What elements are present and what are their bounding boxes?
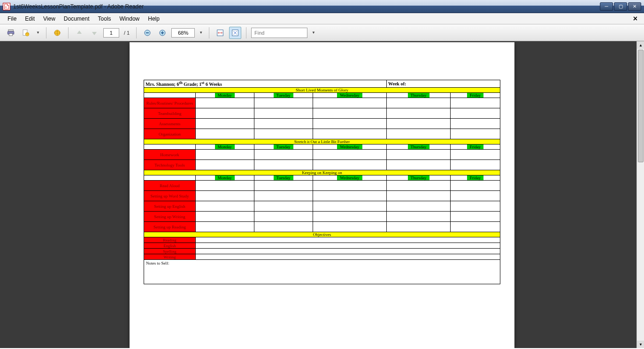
scroll-down-button[interactable]: ▼ (637, 341, 644, 348)
cell (254, 160, 313, 170)
cell (313, 222, 386, 232)
cell (387, 119, 451, 129)
fit-width-button[interactable] (214, 27, 226, 39)
cell (254, 108, 313, 119)
row-label: Homework (144, 150, 196, 160)
cell (313, 160, 386, 170)
menu-window[interactable]: Window (116, 14, 144, 23)
menu-view[interactable]: View (39, 14, 59, 23)
find-box[interactable] (251, 28, 307, 38)
cell (387, 181, 451, 191)
cell (387, 129, 451, 139)
zoom-in-button[interactable] (156, 27, 169, 39)
fit-page-icon (231, 29, 239, 37)
cell (451, 98, 500, 108)
zoom-out-button[interactable] (141, 27, 153, 39)
objective-cell (196, 243, 500, 249)
row-label: Reading (144, 237, 196, 243)
svg-text:A: A (5, 6, 7, 8)
menu-file[interactable]: File (4, 14, 20, 23)
document-area: Mrs. Shannon; 6th Grade; 1st 6 Weeks Wee… (0, 41, 644, 348)
day-label: Thursday (408, 144, 429, 149)
day-label: Friday (467, 144, 484, 149)
vertical-scrollbar[interactable]: ▲ ▼ (636, 41, 644, 348)
minimize-button[interactable]: ─ (600, 2, 613, 11)
cell (387, 150, 451, 160)
cell (313, 150, 386, 160)
row-label: Setting up English (144, 201, 196, 212)
email-button[interactable] (20, 27, 32, 39)
cell (313, 108, 386, 119)
separator (68, 27, 69, 38)
close-button[interactable]: ✕ (628, 2, 641, 11)
print-button[interactable] (5, 27, 17, 39)
find-dropdown[interactable]: ▼ (310, 30, 317, 35)
row-label: Setting up Word Study (144, 191, 196, 201)
page-number-input[interactable] (103, 28, 119, 38)
svg-rect-3 (9, 33, 13, 36)
day-label: Monday (215, 144, 235, 149)
scroll-up-button[interactable]: ▲ (637, 41, 644, 49)
cell (387, 212, 451, 222)
cell (196, 150, 254, 160)
minus-icon (144, 29, 151, 37)
day-label: Friday (467, 175, 484, 180)
cell (451, 119, 500, 129)
cell (451, 212, 500, 222)
toolbar: ▼ / 1 ▼ ▼ (0, 24, 644, 41)
cell (196, 98, 254, 108)
header-right: Week of: (387, 80, 500, 88)
section2-title: Stretch it Out a Little Bit Further (144, 139, 500, 144)
email-dropdown[interactable]: ▼ (35, 30, 41, 35)
cell (196, 108, 254, 119)
prev-page-button[interactable] (73, 27, 85, 39)
collaborate-button[interactable] (51, 27, 63, 39)
cell (254, 98, 313, 108)
day-label: Friday (467, 93, 484, 98)
cell (387, 160, 451, 170)
next-page-button[interactable] (88, 27, 100, 39)
notes-cell: Notes to Self: (144, 260, 500, 284)
printer-icon (7, 29, 15, 37)
zoom-input[interactable] (171, 28, 195, 38)
maximize-button[interactable]: ▢ (614, 2, 627, 11)
menu-edit[interactable]: Edit (21, 14, 38, 23)
close-document-button[interactable]: × (630, 15, 640, 23)
menu-document[interactable]: Document (60, 14, 93, 23)
section4-title: Objectives (144, 232, 500, 237)
day-label: Monday (215, 93, 235, 98)
cell (387, 108, 451, 119)
scroll-thumb[interactable] (638, 50, 644, 162)
menu-help[interactable]: Help (144, 14, 163, 23)
day-label: Monday (215, 175, 235, 180)
pdf-page: Mrs. Shannon; 6th Grade; 1st 6 Weeks Wee… (130, 42, 514, 348)
cell (387, 191, 451, 201)
day-label: Wednesday (337, 93, 362, 98)
cell (387, 98, 451, 108)
section3-title: Keeping on Keeping on (144, 170, 500, 175)
section1-title: Short Lived Moments of Glory (144, 88, 500, 93)
cell (313, 98, 386, 108)
row-label: Setting up Writing (144, 212, 196, 222)
cell (451, 150, 500, 160)
window-controls: ─ ▢ ✕ (600, 2, 641, 11)
cell (196, 212, 254, 222)
row-label: English (144, 243, 196, 249)
page-total-label: / 1 (122, 30, 131, 36)
menu-tools[interactable]: Tools (94, 14, 115, 23)
row-label: Teambuilding (144, 108, 196, 119)
cell (196, 191, 254, 201)
arrow-down-icon (91, 29, 98, 37)
find-input[interactable] (254, 30, 292, 36)
cell (254, 150, 313, 160)
separator (246, 27, 246, 38)
row-label: Setting up Reading (144, 222, 196, 232)
zoom-dropdown[interactable]: ▼ (198, 30, 204, 35)
cell (254, 222, 313, 232)
cell (254, 129, 313, 139)
separator (209, 27, 209, 38)
cell (254, 181, 313, 191)
row-label: Organization (144, 129, 196, 139)
fit-page-button[interactable] (229, 27, 241, 39)
cell (254, 191, 313, 201)
